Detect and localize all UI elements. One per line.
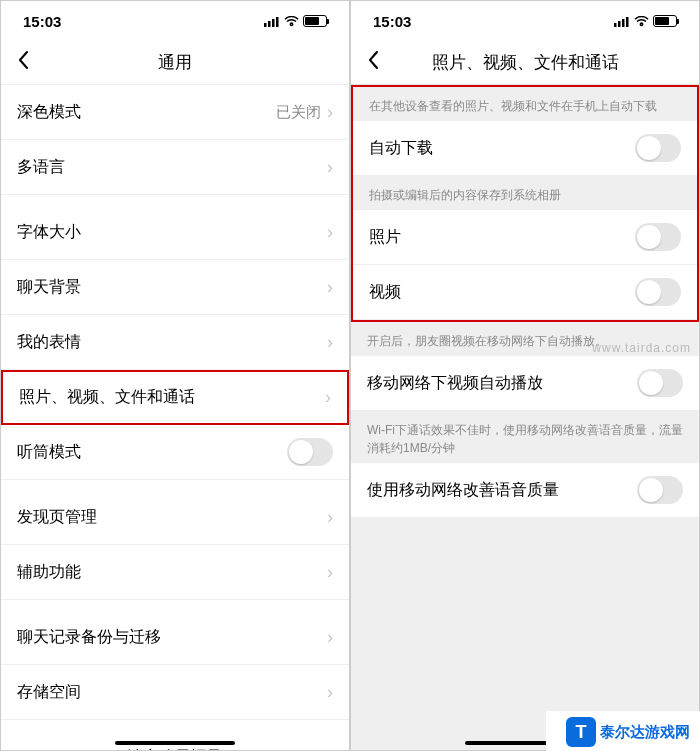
status-time: 15:03 [373,13,411,30]
row-auto-download[interactable]: 自动下载 [353,121,697,176]
navbar: 通用 [1,41,349,85]
row-label: 移动网络下视频自动播放 [367,373,637,394]
row-chat-backup[interactable]: 聊天记录备份与迁移 › [1,610,349,665]
row-dark-mode[interactable]: 深色模式 已关闭 › [1,85,349,140]
chevron-right-icon: › [327,102,333,123]
svg-rect-7 [626,17,629,27]
status-indicators [614,15,677,27]
wifi-icon [284,16,299,27]
chevron-right-icon: › [327,682,333,703]
status-bar: 15:03 [351,1,699,41]
chevron-right-icon: › [327,562,333,583]
chevron-right-icon: › [327,507,333,528]
photos-toggle[interactable] [635,223,681,251]
auto-download-toggle[interactable] [635,134,681,162]
svg-rect-4 [614,23,617,27]
logo-text: 泰尔达游戏网 [600,723,690,742]
status-time: 15:03 [23,13,61,30]
chevron-right-icon: › [327,332,333,353]
svg-rect-3 [276,17,279,27]
row-clear-history[interactable]: 清空聊天记录 [1,730,349,750]
home-indicator [115,741,235,745]
section-gap [1,195,349,205]
row-label: 深色模式 [17,102,276,123]
signal-icon [264,16,280,27]
row-accessibility[interactable]: 辅助功能 › [1,545,349,600]
section-note-voip: Wi-Fi下通话效果不佳时，使用移动网络改善语音质量，流量消耗约1MB/分钟 [351,411,699,463]
chevron-right-icon: › [327,627,333,648]
site-logo: T 泰尔达游戏网 [546,711,700,751]
row-label: 辅助功能 [17,562,327,583]
chevron-left-icon [367,50,379,70]
navbar: 照片、视频、文件和通话 [351,41,699,85]
signal-icon [614,16,630,27]
row-value: 已关闭 [276,103,321,122]
row-language[interactable]: 多语言 › [1,140,349,195]
wifi-icon [634,16,649,27]
page-title: 照片、视频、文件和通话 [432,51,619,74]
row-label: 发现页管理 [17,507,327,528]
row-autoplay-cellular[interactable]: 移动网络下视频自动播放 [351,356,699,411]
chevron-right-icon: › [327,157,333,178]
autoplay-toggle[interactable] [637,369,683,397]
row-font-size[interactable]: 字体大小 › [1,205,349,260]
svg-rect-5 [618,21,621,27]
page-title: 通用 [158,51,192,74]
row-discover-manage[interactable]: 发现页管理 › [1,490,349,545]
row-media-files[interactable]: 照片、视频、文件和通话 › [1,370,349,425]
row-label: 照片、视频、文件和通话 [19,387,325,408]
section-note-save-album: 拍摄或编辑后的内容保存到系统相册 [353,176,697,210]
status-bar: 15:03 [1,1,349,41]
row-label: 视频 [369,282,635,303]
svg-rect-6 [622,19,625,27]
row-label: 聊天背景 [17,277,327,298]
row-label: 存储空间 [17,682,327,703]
section-note-auto-download: 在其他设备查看的照片、视频和文件在手机上自动下载 [353,87,697,121]
chevron-left-icon [17,50,29,70]
earpiece-toggle[interactable] [287,438,333,466]
battery-icon [303,15,327,27]
svg-rect-2 [272,19,275,27]
chevron-right-icon: › [325,387,331,408]
chevron-right-icon: › [327,222,333,243]
section-gap [1,600,349,610]
row-stickers[interactable]: 我的表情 › [1,315,349,370]
watermark-text: www.tairda.com [592,341,691,355]
row-label: 多语言 [17,157,327,178]
chevron-right-icon: › [327,277,333,298]
row-save-videos[interactable]: 视频 [353,265,697,320]
voip-toggle[interactable] [637,476,683,504]
row-voip-cellular[interactable]: 使用移动网络改善语音质量 [351,463,699,518]
row-label: 字体大小 [17,222,327,243]
row-label: 我的表情 [17,332,327,353]
videos-toggle[interactable] [635,278,681,306]
logo-icon: T [566,717,596,747]
row-chat-background[interactable]: 聊天背景 › [1,260,349,315]
svg-rect-0 [264,23,267,27]
battery-icon [653,15,677,27]
row-storage[interactable]: 存储空间 › [1,665,349,720]
status-indicators [264,15,327,27]
section-gap [1,480,349,490]
row-label: 清空聊天记录 [127,747,223,751]
row-earpiece-mode[interactable]: 听筒模式 [1,425,349,480]
row-label: 照片 [369,227,635,248]
back-button[interactable] [11,44,35,82]
row-save-photos[interactable]: 照片 [353,210,697,265]
svg-rect-1 [268,21,271,27]
back-button[interactable] [361,44,385,82]
row-label: 聊天记录备份与迁移 [17,627,327,648]
row-label: 使用移动网络改善语音质量 [367,480,637,501]
row-label: 听筒模式 [17,442,287,463]
row-label: 自动下载 [369,138,635,159]
